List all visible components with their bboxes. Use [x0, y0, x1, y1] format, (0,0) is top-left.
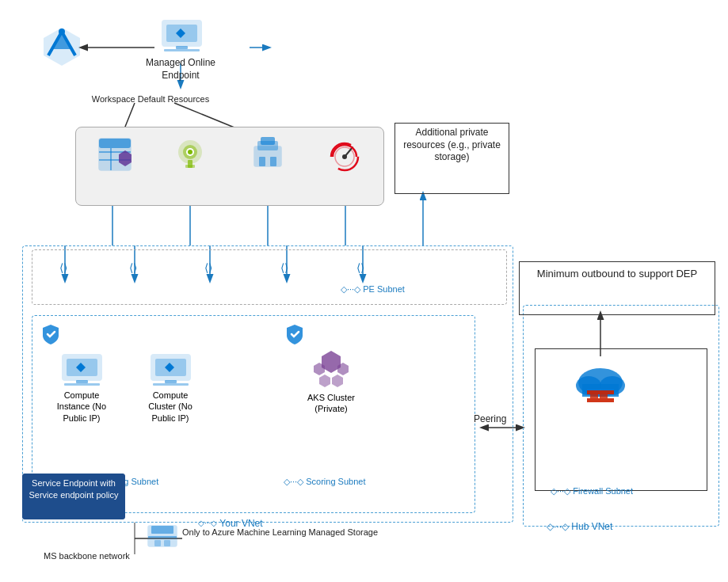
svg-rect-60 [151, 526, 173, 534]
storage-icon [91, 135, 139, 174]
ms-backbone-label: MS backbone network [44, 550, 130, 561]
svg-marker-57 [319, 375, 330, 387]
compute-cluster-label: Compute Cluster (No Public IP) [143, 390, 198, 424]
ms-storage-icon [147, 523, 178, 556]
firewall-subnet-label: ◇···◇ Firewall Subnet [551, 483, 633, 497]
storage-account-icon [244, 135, 292, 174]
svg-rect-48 [76, 380, 88, 383]
service-endpoint-box: Service Endpoint with Service endpoint p… [22, 474, 125, 519]
peering-label: Peering [474, 413, 506, 424]
svg-point-45 [342, 154, 347, 159]
connector-2: ⟨⟩ [129, 261, 137, 274]
connector-5: ⟨⟩ [356, 261, 364, 274]
svg-rect-52 [165, 380, 177, 383]
svg-point-34 [188, 150, 192, 154]
connector-1: ⟨⟩ [59, 261, 67, 274]
svg-rect-36 [185, 165, 195, 168]
shield-icon-right [284, 323, 306, 348]
container-registry-icon [321, 135, 368, 174]
svg-marker-58 [332, 375, 343, 387]
additional-private-resources-label: Additional private resources (e.g., priv… [394, 127, 509, 164]
firewall-icon [569, 360, 632, 412]
svg-point-20 [59, 29, 65, 35]
aks-cluster-label: AKS Cluster (Private) [299, 392, 363, 415]
aks-cluster-icon: AKS Cluster (Private) [299, 347, 363, 415]
svg-rect-53 [153, 383, 189, 386]
svg-rect-68 [587, 390, 614, 394]
svg-rect-41 [270, 157, 276, 166]
shield-icon-left [40, 323, 62, 348]
svg-rect-23 [176, 46, 188, 49]
managed-online-endpoint-label: Managed Online Endpoint [141, 57, 220, 82]
scoring-subnet-label: ◇···◇ Scoring Subnet [284, 474, 365, 488]
svg-rect-49 [64, 383, 100, 386]
compute-instance-icon: Compute Instance (No Public IP) [54, 348, 109, 424]
workspace-default-resources-label: Workspace Default Resources [87, 93, 214, 105]
svg-rect-26 [99, 139, 131, 148]
keyvault-icon [166, 135, 214, 174]
pe-subnet-box [32, 249, 507, 305]
svg-rect-69 [590, 394, 598, 398]
minimum-outbound-label: Minimum outbound to support DEP [523, 268, 711, 281]
hub-vnet-label: ◇···◇ Hub VNet [547, 519, 612, 533]
service-endpoint-label: Service Endpoint with Service endpoint p… [23, 474, 124, 505]
svg-rect-63 [164, 540, 170, 546]
svg-rect-39 [261, 137, 275, 145]
svg-rect-71 [587, 398, 614, 402]
connector-4: ⟨⟩ [280, 261, 288, 274]
compute-instance-label: Compute Instance (No Public IP) [54, 390, 109, 424]
svg-rect-70 [600, 394, 608, 398]
svg-rect-40 [259, 157, 265, 166]
azure-ml-icon [38, 24, 86, 67]
compute-cluster-icon: Compute Cluster (No Public IP) [143, 348, 198, 424]
only-azure-ml-label: Only to Azure Machine Learning Managed S… [182, 527, 378, 538]
svg-rect-24 [164, 49, 200, 51]
diagram: Managed Online Endpoint Workspace Defaul… [0, 0, 728, 582]
managed-online-endpoint-icon [154, 14, 209, 52]
connector-3: ⟨⟩ [204, 261, 212, 274]
svg-rect-62 [154, 540, 161, 546]
